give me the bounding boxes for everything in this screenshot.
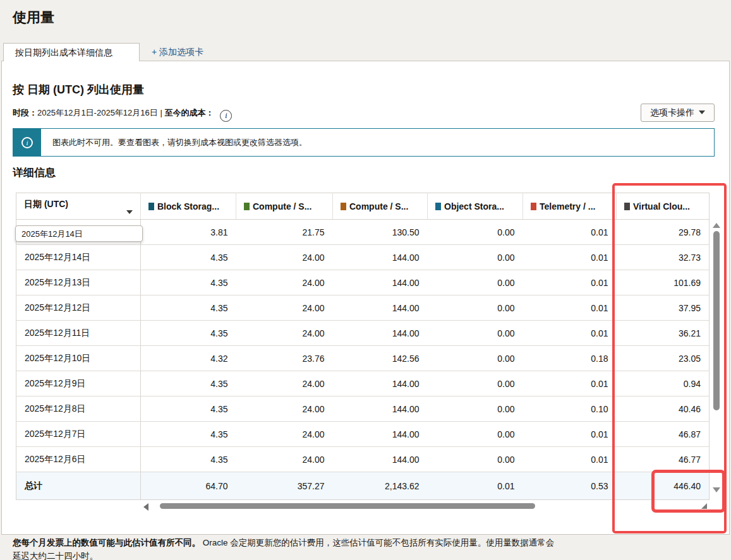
value-cell: 4.35 xyxy=(141,371,236,396)
value-cell: 0.01 xyxy=(523,295,617,321)
value-cell: 0.01 xyxy=(523,270,617,295)
column-header-label: Compute / S... xyxy=(349,201,408,211)
date-cell: 2025年12月11日 xyxy=(16,321,141,346)
date-header-label: 日期 (UTC) xyxy=(24,199,68,209)
value-cell: 101.69 xyxy=(617,270,710,295)
series-color-marker-icon xyxy=(531,203,536,210)
value-cell: 2,143.62 xyxy=(333,472,428,500)
value-cell: 0.53 xyxy=(523,472,617,500)
column-header-label: Object Stora... xyxy=(444,201,504,211)
period-meta-row: 时段：2025年12月1日-2025年12月16日 | 至今的成本：i xyxy=(13,107,232,122)
value-cell: 4.35 xyxy=(141,447,236,472)
vertical-scroll-up-arrow-icon[interactable] xyxy=(713,223,720,228)
value-cell: 144.00 xyxy=(333,295,428,321)
column-header-3[interactable]: Object Stora... xyxy=(428,193,523,220)
table-row: 2025年12月8日4.3524.00144.000.000.1040.46 xyxy=(16,396,710,422)
chevron-down-icon xyxy=(699,110,705,114)
date-cell: 2025年12月14日 xyxy=(16,245,141,270)
table-row: 2025年12月7日4.3524.00144.000.000.0146.87 xyxy=(16,422,710,447)
table-row: 2025年12月13日4.3524.00144.000.000.01101.69 xyxy=(16,270,710,295)
value-cell: 21.75 xyxy=(236,220,333,245)
date-cell-tooltip: 2025年12月14日 xyxy=(15,225,143,242)
value-cell: 4.35 xyxy=(141,295,236,321)
value-cell: 4.35 xyxy=(141,321,236,346)
value-cell: 24.00 xyxy=(236,295,333,321)
value-cell: 144.00 xyxy=(333,422,428,447)
value-cell: 3.81 xyxy=(141,220,236,245)
column-header-label: Telemetry / ... xyxy=(540,201,595,211)
series-color-marker-icon xyxy=(244,203,250,210)
date-cell: 2025年12月6日 xyxy=(16,447,141,472)
value-cell: 46.77 xyxy=(617,447,710,472)
value-cell: 40.46 xyxy=(617,396,710,422)
value-cell: 0.00 xyxy=(428,245,523,270)
value-cell: 24.00 xyxy=(236,270,333,295)
value-cell: 0.94 xyxy=(617,371,710,396)
table-header-row: 日期 (UTC) Block Storag...Compute / S...Co… xyxy=(16,193,710,220)
value-cell: 0.01 xyxy=(523,447,617,472)
value-cell: 24.00 xyxy=(236,422,333,447)
column-header-label: Virtual Clou... xyxy=(633,201,690,211)
table-row: 2025年12月9日4.3524.00144.000.000.010.94 xyxy=(16,371,710,396)
value-cell: 0.00 xyxy=(428,220,523,245)
table-row: 2025年12月10日4.3223.76142.560.000.1823.05 xyxy=(16,346,710,371)
date-cell: 2025年12月8日 xyxy=(16,396,141,422)
tab-actions-button[interactable]: 选项卡操作 xyxy=(641,104,715,122)
column-header-5[interactable]: Virtual Clou... xyxy=(617,193,710,220)
value-cell: 0.00 xyxy=(428,295,523,321)
date-cell: 2025年12月7日 xyxy=(16,422,141,447)
section-title: 按 日期 (UTC) 列出使用量 xyxy=(13,82,144,97)
add-tab-link[interactable]: + 添加选项卡 xyxy=(152,47,203,58)
value-cell: 24.00 xyxy=(236,371,333,396)
value-cell: 357.27 xyxy=(236,472,333,500)
value-cell: 4.35 xyxy=(141,396,236,422)
series-color-marker-icon xyxy=(624,203,630,210)
period-value: 2025年12月1日-2025年12月16日 xyxy=(37,108,158,117)
value-cell: 0.01 xyxy=(523,220,617,245)
info-icon: i xyxy=(21,137,33,148)
column-header-2[interactable]: Compute / S... xyxy=(333,193,428,220)
value-cell: 29.78 xyxy=(617,220,710,245)
banner-text: 图表此时不可用。要查看图表，请切换到成本视图或更改筛选器选项。 xyxy=(41,137,307,148)
value-cell: 36.21 xyxy=(617,321,710,346)
series-color-marker-icon xyxy=(341,203,346,210)
value-cell: 0.01 xyxy=(523,422,617,447)
value-cell: 46.87 xyxy=(617,422,710,447)
chart-unavailable-banner: i 图表此时不可用。要查看图表，请切换到成本视图或更改筛选器选项。 xyxy=(13,128,715,157)
value-cell: 0.00 xyxy=(428,346,523,371)
value-cell: 0.01 xyxy=(523,245,617,270)
resize-grip-icon[interactable] xyxy=(701,503,707,509)
total-label-cell: 总计 xyxy=(16,472,141,500)
footer-disclaimer: 您每个月发票上的数值可能与此估计值有所不同。 Oracle 会定期更新您的估计费… xyxy=(13,536,557,560)
column-header-0[interactable]: Block Storag... xyxy=(141,193,236,220)
date-cell: 2025年12月10日 xyxy=(16,346,141,371)
value-cell: 4.35 xyxy=(141,245,236,270)
table-total-row: 总计64.70357.272,143.620.010.53446.40 xyxy=(16,472,710,500)
info-icon[interactable]: i xyxy=(220,110,232,122)
value-cell: 144.00 xyxy=(333,371,428,396)
value-cell: 24.00 xyxy=(236,447,333,472)
value-cell: 23.05 xyxy=(617,346,710,371)
date-cell: 2025年12月9日 xyxy=(16,371,141,396)
chevron-down-icon xyxy=(126,210,133,214)
value-cell: 4.35 xyxy=(141,422,236,447)
page-title: 使用量 xyxy=(13,8,54,27)
value-cell: 4.32 xyxy=(141,346,236,371)
vertical-scroll-down-arrow-icon[interactable] xyxy=(713,487,720,492)
value-cell: 142.56 xyxy=(333,346,428,371)
date-cell: 2025年12月13日 xyxy=(16,270,141,295)
table-row: 2025年12月14日4.3524.00144.000.000.0132.73 xyxy=(16,245,710,270)
value-cell: 0.01 xyxy=(428,472,523,500)
value-cell: 144.00 xyxy=(333,447,428,472)
column-header-4[interactable]: Telemetry / ... xyxy=(523,193,617,220)
column-header-1[interactable]: Compute / S... xyxy=(236,193,333,220)
value-cell: 0.01 xyxy=(523,371,617,396)
value-cell: 4.35 xyxy=(141,270,236,295)
value-cell: 23.76 xyxy=(236,346,333,371)
footer-disclaimer-bold: 您每个月发票上的数值可能与此估计值有所不同。 xyxy=(13,538,200,547)
horizontal-scrollbar-thumb[interactable] xyxy=(160,503,535,509)
vertical-scrollbar-thumb[interactable] xyxy=(713,231,720,410)
column-header-date[interactable]: 日期 (UTC) xyxy=(16,193,141,220)
horizontal-scroll-left-arrow-icon[interactable] xyxy=(143,503,148,511)
tab-cost-details-by-date[interactable]: 按日期列出成本详细信息 xyxy=(3,43,140,61)
